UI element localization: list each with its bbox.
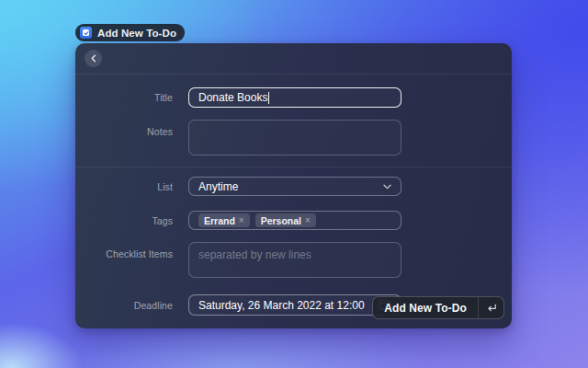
section-divider [75, 167, 512, 167]
text-cursor [268, 92, 269, 104]
tag-chip-errand[interactable]: Errand × [198, 213, 250, 227]
remove-tag-icon[interactable]: × [239, 215, 244, 225]
launcher-badge[interactable]: Add New To-Do [75, 24, 185, 41]
tag-chip-label: Errand [204, 215, 235, 226]
things-app-icon [80, 27, 92, 39]
checklist-placeholder: separated by new lines [198, 248, 311, 261]
notes-label: Notes [75, 120, 173, 137]
tag-chip-personal[interactable]: Personal × [255, 213, 316, 227]
title-input[interactable]: Donate Books [188, 87, 401, 108]
checklist-label: Checklist Items [75, 242, 173, 259]
list-field-row: List Anytime [75, 177, 512, 196]
things-checkbox-glyph [83, 29, 89, 36]
enter-key-icon [478, 297, 503, 318]
launcher-badge-label: Add New To-Do [97, 28, 176, 39]
deadline-picker[interactable]: Saturday, 26 March 2022 at 12:00 [188, 294, 401, 316]
title-value: Donate Books [198, 91, 267, 104]
title-field-row: Title Donate Books [75, 87, 512, 108]
checklist-textarea[interactable]: separated by new lines [188, 242, 401, 278]
chevron-down-icon [383, 184, 391, 190]
list-selected-value: Anytime [198, 180, 238, 193]
add-new-todo-button[interactable]: Add New To-Do [372, 296, 504, 319]
tags-label: Tags [75, 215, 173, 226]
remove-tag-icon[interactable]: × [305, 215, 311, 225]
checklist-field-row: Checklist Items separated by new lines [75, 242, 512, 278]
raycast-form-window: Title Donate Books Notes List Anytime Ta… [75, 43, 512, 328]
deadline-value: Saturday, 26 March 2022 at 12:00 [198, 299, 365, 312]
list-dropdown[interactable]: Anytime [188, 177, 401, 196]
back-button[interactable] [85, 50, 102, 67]
notes-textarea[interactable] [188, 120, 401, 155]
window-header [75, 43, 512, 75]
chevron-left-icon [90, 54, 97, 63]
notes-field-row: Notes [75, 120, 512, 155]
tags-field-row: Tags Errand × Personal × [75, 211, 512, 230]
tags-input[interactable]: Errand × Personal × [188, 211, 401, 230]
tag-chip-label: Personal [261, 215, 301, 226]
add-new-todo-button-label: Add New To-Do [373, 297, 478, 318]
list-label: List [75, 181, 173, 192]
title-label: Title [75, 92, 173, 103]
deadline-label: Deadline [75, 300, 173, 311]
